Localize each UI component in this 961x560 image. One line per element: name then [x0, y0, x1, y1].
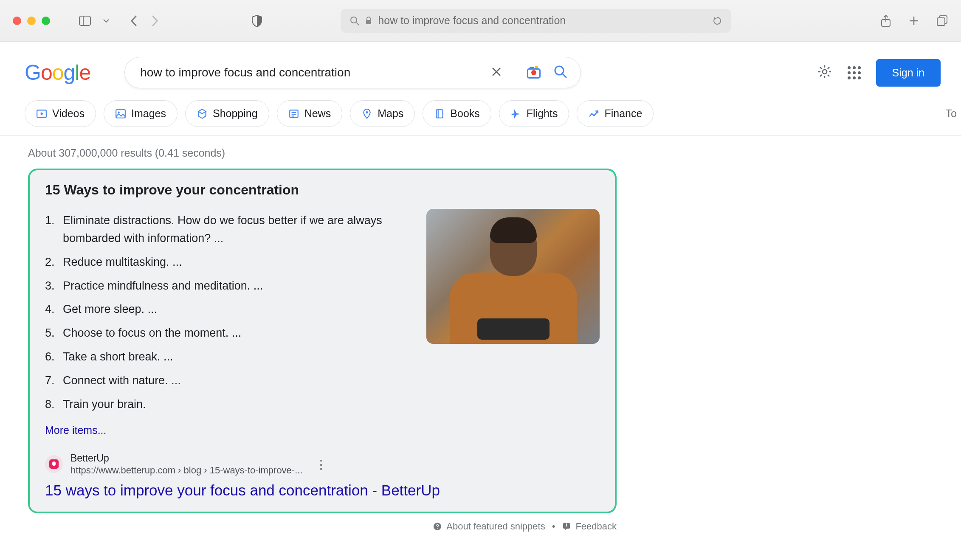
- tab-maps[interactable]: Maps: [350, 100, 415, 127]
- svg-point-15: [823, 70, 827, 74]
- address-text: how to improve focus and concentration: [378, 14, 566, 27]
- share-icon[interactable]: [880, 14, 891, 27]
- address-bar[interactable]: how to improve focus and concentration: [341, 9, 731, 33]
- tab-finance[interactable]: Finance: [577, 100, 654, 127]
- svg-text:!: !: [566, 523, 567, 529]
- tab-videos[interactable]: Videos: [25, 100, 96, 127]
- snippet-list: Eliminate distractions. How do we focus …: [45, 209, 409, 436]
- featured-snippet: 15 Ways to improve your concentration El…: [28, 169, 617, 513]
- source-url: https://www.betterup.com › blog › 15-way…: [70, 465, 303, 476]
- search-box[interactable]: [124, 57, 581, 88]
- privacy-shield-icon[interactable]: [251, 14, 262, 27]
- google-logo[interactable]: Google: [25, 60, 90, 85]
- forward-button[interactable]: [150, 15, 159, 27]
- list-item: Choose to focus on the moment. ...: [45, 321, 409, 345]
- svg-line-14: [563, 74, 566, 78]
- sidebar-icon[interactable]: [79, 16, 91, 26]
- tab-label: Books: [450, 107, 479, 120]
- more-items-link[interactable]: More items...: [45, 424, 409, 436]
- feedback-link[interactable]: ! Feedback: [562, 521, 617, 532]
- tab-flights[interactable]: Flights: [499, 100, 569, 127]
- source-favicon: [45, 455, 63, 473]
- lock-icon: [365, 17, 372, 25]
- separator: •: [552, 521, 555, 532]
- tab-label: Maps: [378, 107, 403, 120]
- search-input[interactable]: [140, 66, 491, 79]
- svg-rect-17: [116, 110, 125, 118]
- list-item: Eliminate distractions. How do we focus …: [45, 209, 409, 250]
- svg-point-2: [351, 17, 357, 23]
- maximize-window-button[interactable]: [42, 17, 50, 25]
- tab-label: Flights: [527, 107, 558, 120]
- close-window-button[interactable]: [13, 17, 21, 25]
- svg-rect-4: [366, 20, 371, 24]
- list-item: Connect with nature. ...: [45, 369, 409, 393]
- tabs-icon[interactable]: [936, 14, 948, 27]
- search-results: About 307,000,000 results (0.41 seconds)…: [0, 136, 961, 532]
- list-item: Practice mindfulness and meditation. ...: [45, 274, 409, 298]
- browser-toolbar: how to improve focus and concentration: [0, 0, 961, 42]
- source-name: BetterUp: [70, 453, 303, 464]
- result-stats: About 307,000,000 results (0.41 seconds): [28, 147, 961, 159]
- new-tab-icon[interactable]: [908, 14, 919, 27]
- list-item: Train your brain.: [45, 393, 409, 416]
- camera-search-icon[interactable]: [526, 65, 541, 80]
- search-icon: [350, 16, 359, 25]
- snippet-image[interactable]: [426, 209, 600, 344]
- tab-label: News: [304, 107, 331, 120]
- tab-shopping[interactable]: Shopping: [185, 100, 269, 127]
- feedback-label: Feedback: [575, 521, 617, 532]
- tab-books[interactable]: Books: [423, 100, 491, 127]
- result-source: BetterUp https://www.betterup.com › blog…: [45, 453, 600, 476]
- svg-rect-10: [937, 18, 945, 25]
- back-button[interactable]: [130, 15, 138, 27]
- tab-images[interactable]: Images: [104, 100, 178, 127]
- tab-label: Shopping: [213, 107, 258, 120]
- about-label: About featured snippets: [446, 521, 545, 532]
- window-controls: [13, 17, 50, 25]
- apps-icon[interactable]: [848, 66, 861, 79]
- minimize-window-button[interactable]: [27, 17, 36, 25]
- search-tabs: Videos Images Shopping News Maps Books F…: [0, 88, 961, 136]
- tabs-overflow[interactable]: To: [946, 107, 961, 120]
- svg-rect-24: [437, 110, 443, 118]
- list-item: Get more sleep. ...: [45, 298, 409, 321]
- search-button-icon[interactable]: [553, 65, 568, 81]
- more-options-icon[interactable]: ⋮: [315, 457, 327, 472]
- tab-label: Images: [131, 107, 166, 120]
- google-header: Google Sign in: [0, 42, 961, 88]
- divider: [514, 64, 514, 82]
- result-title-link[interactable]: 15 ways to improve your focus and concen…: [45, 482, 600, 499]
- list-item: Reduce multitasking. ...: [45, 250, 409, 274]
- snippet-title: 15 Ways to improve your concentration: [45, 182, 600, 198]
- svg-rect-0: [79, 16, 90, 25]
- snippet-footer: ? About featured snippets • ! Feedback: [28, 513, 617, 532]
- svg-text:?: ?: [436, 523, 440, 530]
- svg-line-3: [356, 23, 359, 25]
- list-item: Take a short break. ...: [45, 345, 409, 369]
- reload-icon[interactable]: [713, 16, 722, 25]
- svg-point-23: [366, 111, 368, 113]
- signin-button[interactable]: Sign in: [876, 59, 941, 87]
- svg-point-18: [118, 111, 120, 113]
- tab-label: Videos: [52, 107, 85, 120]
- clear-icon[interactable]: [491, 66, 502, 79]
- tab-news[interactable]: News: [277, 100, 343, 127]
- settings-icon[interactable]: [817, 64, 832, 81]
- tab-label: Finance: [604, 107, 642, 120]
- about-featured-snippets-link[interactable]: ? About featured snippets: [433, 521, 545, 532]
- chevron-down-icon[interactable]: [103, 17, 110, 24]
- svg-point-13: [555, 66, 564, 75]
